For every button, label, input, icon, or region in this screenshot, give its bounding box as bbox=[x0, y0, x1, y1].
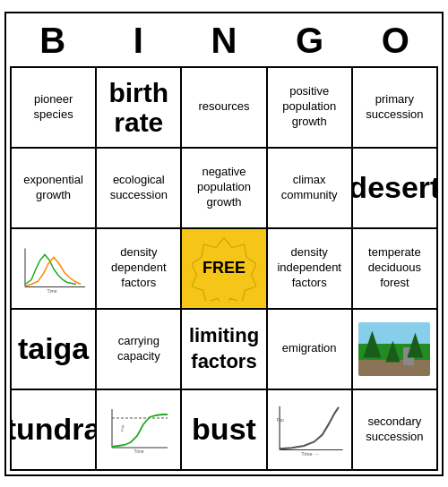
svg-text:Pop: Pop bbox=[120, 424, 125, 431]
cell-b1-text: pioneer species bbox=[15, 92, 91, 123]
cell-i4-text: carrying capacity bbox=[100, 334, 177, 364]
cell-n4-text: limiting factors bbox=[185, 323, 262, 374]
cell-b5-text: tundra bbox=[11, 409, 96, 449]
bingo-card: B I N G O pioneer species birth rate res… bbox=[4, 12, 444, 476]
cell-o4 bbox=[352, 309, 437, 389]
boom-bust-chart: Time bbox=[18, 242, 90, 295]
cell-b1: pioneer species bbox=[11, 67, 96, 148]
cell-g2: climax community bbox=[267, 148, 352, 228]
cell-g4: emigration bbox=[267, 309, 352, 389]
cell-n1: resources bbox=[181, 67, 266, 148]
cell-g3: density independent factors bbox=[267, 228, 352, 309]
forest-image bbox=[358, 322, 430, 376]
header-o: O bbox=[352, 17, 438, 64]
cell-g2-text: climax community bbox=[271, 173, 348, 203]
header-i: I bbox=[96, 17, 182, 64]
cell-n5: bust bbox=[181, 389, 266, 470]
cell-b2: exponential growth bbox=[11, 148, 96, 228]
header-n: N bbox=[181, 17, 267, 64]
cell-n5-text: bust bbox=[192, 409, 256, 449]
cell-i2-text: ecological succession bbox=[100, 173, 177, 203]
cell-b2-text: exponential growth bbox=[15, 173, 91, 203]
header-g: G bbox=[267, 17, 353, 64]
cell-o2: desert bbox=[352, 148, 437, 228]
cell-g1-text: positive population growth bbox=[271, 84, 348, 130]
j-curve-chart: Time → Pop bbox=[271, 401, 348, 457]
cell-o5: secondary succession bbox=[352, 389, 437, 470]
cell-b4: taiga bbox=[11, 309, 96, 389]
svg-text:Time: Time bbox=[47, 287, 56, 293]
cell-b4-text: taiga bbox=[18, 329, 89, 368]
cell-g5: Time → Pop bbox=[267, 389, 352, 470]
cell-g4-text: emigration bbox=[282, 341, 337, 356]
svg-text:Pop: Pop bbox=[276, 418, 284, 423]
cell-i1: birth rate bbox=[96, 67, 181, 148]
cell-g1: positive population growth bbox=[267, 67, 352, 148]
svg-text:Time: Time bbox=[134, 449, 144, 454]
cell-g3-text: density independent factors bbox=[271, 245, 348, 291]
header-b: B bbox=[10, 17, 96, 64]
cell-o3-text: temperate deciduous forest bbox=[357, 245, 433, 291]
cell-i3: density dependent factors bbox=[96, 228, 181, 309]
cell-n3-free: FREE bbox=[181, 228, 266, 309]
cell-b5: tundra bbox=[11, 389, 96, 470]
free-text: FREE bbox=[202, 259, 246, 278]
cell-o1: primary succession bbox=[352, 67, 437, 148]
bingo-grid: pioneer species birth rate resources pos… bbox=[10, 66, 438, 471]
bingo-header: B I N G O bbox=[10, 17, 438, 64]
cell-n2: negative population growth bbox=[181, 148, 266, 228]
cell-n2-text: negative population growth bbox=[185, 165, 262, 210]
cell-b3: Time bbox=[11, 228, 96, 309]
cell-n1-text: resources bbox=[198, 99, 249, 115]
cell-o1-text: primary succession bbox=[357, 92, 433, 123]
cell-i5: Time Pop bbox=[96, 389, 181, 470]
cell-i3-text: density dependent factors bbox=[100, 245, 177, 291]
cell-i2: ecological succession bbox=[96, 148, 181, 228]
s-curve-chart: Time Pop bbox=[105, 405, 172, 454]
cell-o5-text: secondary succession bbox=[357, 414, 433, 445]
cell-o3: temperate deciduous forest bbox=[352, 228, 437, 309]
cell-n4: limiting factors bbox=[181, 309, 266, 389]
svg-text:Time →: Time → bbox=[301, 452, 319, 457]
cell-i1-text: birth rate bbox=[100, 78, 177, 137]
cell-o2-text: desert bbox=[352, 167, 437, 207]
cell-i4: carrying capacity bbox=[96, 309, 181, 389]
free-badge: FREE bbox=[192, 236, 256, 301]
